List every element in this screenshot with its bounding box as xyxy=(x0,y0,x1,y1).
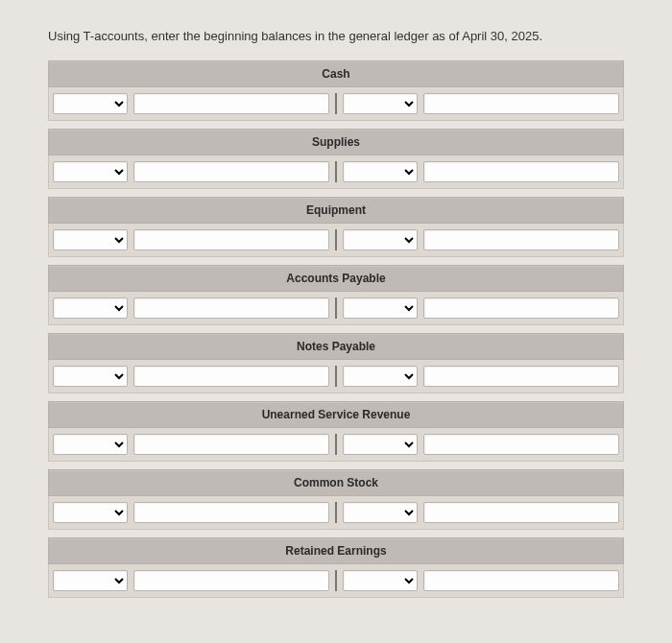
credit-side xyxy=(337,366,619,387)
debit-side xyxy=(53,229,337,250)
entry-select[interactable] xyxy=(53,229,128,250)
credit-side xyxy=(337,93,619,114)
t-account-body xyxy=(48,292,624,325)
t-account: Notes Payable xyxy=(48,333,624,393)
t-account: Equipment xyxy=(48,197,624,257)
credit-side xyxy=(337,570,619,591)
entry-input[interactable] xyxy=(133,229,329,250)
entry-select[interactable] xyxy=(53,298,128,319)
debit-side xyxy=(53,298,337,319)
entry-input[interactable] xyxy=(423,298,619,319)
t-account: Unearned Service Revenue xyxy=(48,401,624,462)
entry-input[interactable] xyxy=(133,366,329,387)
entry-select[interactable] xyxy=(343,366,418,387)
instruction-text: Using T-accounts, enter the beginning ba… xyxy=(48,29,624,43)
entry-input[interactable] xyxy=(423,366,619,387)
entry-select[interactable] xyxy=(53,161,128,182)
entry-select[interactable] xyxy=(53,366,128,387)
credit-side xyxy=(337,502,619,523)
entry-select[interactable] xyxy=(343,502,418,523)
t-account-title: Notes Payable xyxy=(48,333,624,360)
t-account: Common Stock xyxy=(48,469,624,530)
entry-input[interactable] xyxy=(423,229,619,250)
t-account-body xyxy=(48,87,624,121)
credit-side xyxy=(337,229,619,250)
t-account: Accounts Payable xyxy=(48,265,624,325)
t-account-title: Retained Earnings xyxy=(48,537,624,564)
t-account-body xyxy=(48,155,624,189)
t-account-body xyxy=(48,496,624,530)
entry-select[interactable] xyxy=(343,229,418,250)
entry-input[interactable] xyxy=(133,93,329,114)
entry-select[interactable] xyxy=(53,93,128,114)
entry-input[interactable] xyxy=(423,93,619,114)
entry-select[interactable] xyxy=(343,93,418,114)
entry-select[interactable] xyxy=(53,434,128,455)
entry-select[interactable] xyxy=(343,298,418,319)
entry-input[interactable] xyxy=(133,298,329,319)
debit-side xyxy=(53,434,337,455)
t-account-body xyxy=(48,428,624,462)
t-account: Cash xyxy=(48,60,624,121)
debit-side xyxy=(53,366,337,387)
t-account-body xyxy=(48,224,624,257)
t-account-title: Accounts Payable xyxy=(48,265,624,292)
t-account: Supplies xyxy=(48,129,624,189)
entry-input[interactable] xyxy=(133,570,329,591)
entry-select[interactable] xyxy=(343,434,418,455)
credit-side xyxy=(337,298,619,319)
debit-side xyxy=(53,93,337,114)
accounts-container: CashSuppliesEquipmentAccounts PayableNot… xyxy=(48,60,624,598)
debit-side xyxy=(53,161,337,182)
entry-input[interactable] xyxy=(423,570,619,591)
t-account-title: Unearned Service Revenue xyxy=(48,401,624,428)
entry-select[interactable] xyxy=(343,161,418,182)
page: Using T-accounts, enter the beginning ba… xyxy=(0,0,672,615)
entry-input[interactable] xyxy=(133,434,329,455)
t-account-title: Equipment xyxy=(48,197,624,224)
entry-input[interactable] xyxy=(423,161,619,182)
debit-side xyxy=(53,502,337,523)
t-account-title: Supplies xyxy=(48,129,624,155)
entry-select[interactable] xyxy=(53,570,128,591)
t-account-title: Common Stock xyxy=(48,469,624,496)
entry-select[interactable] xyxy=(53,502,128,523)
t-account-body xyxy=(48,360,624,393)
entry-input[interactable] xyxy=(423,502,619,523)
credit-side xyxy=(337,434,619,455)
entry-input[interactable] xyxy=(133,161,329,182)
credit-side xyxy=(337,161,619,182)
t-account-body xyxy=(48,564,624,598)
t-account: Retained Earnings xyxy=(48,537,624,598)
entry-select[interactable] xyxy=(343,570,418,591)
debit-side xyxy=(53,570,337,591)
t-account-title: Cash xyxy=(48,60,624,87)
entry-input[interactable] xyxy=(423,434,619,455)
entry-input[interactable] xyxy=(133,502,329,523)
